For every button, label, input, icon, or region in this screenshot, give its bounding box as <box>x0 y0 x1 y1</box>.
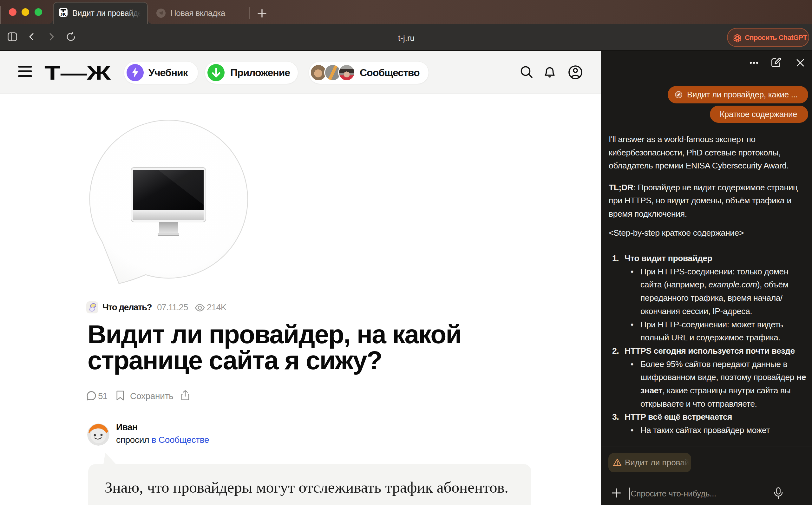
svg-text:Ж: Ж <box>60 11 66 17</box>
